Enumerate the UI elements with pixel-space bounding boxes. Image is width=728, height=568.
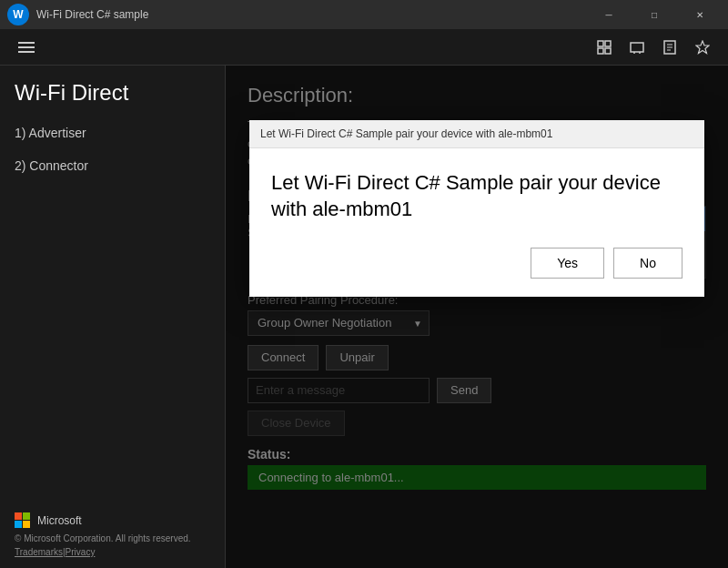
sidebar: Wi-Fi Direct 1) Advertiser 2) Connector … — [0, 66, 226, 568]
toolbar-icon-2[interactable] — [622, 33, 652, 62]
toolbar — [0, 29, 728, 66]
svg-rect-4 — [631, 43, 643, 52]
title-bar-controls: ─ □ ✕ — [588, 0, 721, 29]
close-button[interactable]: ✕ — [679, 0, 721, 29]
dialog-body: Let Wi-Fi Direct C# Sample pair your dev… — [249, 148, 704, 297]
main-content: Description: This scenario illustrates h… — [226, 66, 728, 568]
dialog-message: Let Wi-Fi Direct C# Sample pair your dev… — [271, 170, 682, 222]
svg-rect-1 — [605, 41, 611, 46]
hamburger-menu[interactable] — [11, 35, 42, 60]
toolbar-icon-4[interactable] — [688, 33, 717, 62]
sidebar-item-connector[interactable]: 2) Connector — [0, 149, 225, 182]
copyright-text: © Microsoft Corporation. All rights rese… — [15, 533, 210, 543]
dialog-titlebar: Let Wi-Fi Direct C# Sample pair your dev… — [249, 120, 704, 148]
trademarks-link[interactable]: Trademarks — [15, 547, 63, 557]
ms-squares-icon — [15, 512, 30, 528]
dialog-overlay: Let Wi-Fi Direct C# Sample pair your dev… — [226, 66, 728, 568]
privacy-link[interactable]: Privacy — [66, 547, 96, 557]
sidebar-footer: Microsoft © Microsoft Corporation. All r… — [0, 502, 225, 568]
svg-rect-3 — [605, 48, 611, 54]
dialog-no-button[interactable]: No — [613, 248, 682, 279]
app-icon: W — [7, 4, 29, 25]
app-layout: Wi-Fi Direct 1) Advertiser 2) Connector … — [0, 66, 728, 568]
dialog: Let Wi-Fi Direct C# Sample pair your dev… — [249, 120, 704, 297]
title-bar-left: W Wi-Fi Direct C# sample — [7, 4, 148, 25]
sidebar-links: Trademarks|Privacy — [15, 547, 210, 557]
toolbar-icon-1[interactable] — [590, 33, 619, 62]
sidebar-item-advertiser[interactable]: 1) Advertiser — [0, 117, 225, 149]
dialog-buttons: Yes No — [271, 248, 682, 279]
microsoft-logo: Microsoft — [15, 512, 210, 528]
toolbar-icon-3[interactable] — [655, 33, 684, 62]
toolbar-icons — [590, 33, 717, 62]
title-bar-text: Wi-Fi Direct C# sample — [36, 8, 148, 21]
maximize-button[interactable]: □ — [633, 0, 675, 29]
minimize-button[interactable]: ─ — [588, 0, 630, 29]
svg-rect-0 — [598, 41, 603, 46]
microsoft-label: Microsoft — [37, 514, 82, 527]
svg-rect-2 — [598, 48, 603, 54]
title-bar: W Wi-Fi Direct C# sample ─ □ ✕ — [0, 0, 728, 29]
dialog-yes-button[interactable]: Yes — [531, 248, 604, 279]
sidebar-title: Wi-Fi Direct — [0, 66, 225, 117]
